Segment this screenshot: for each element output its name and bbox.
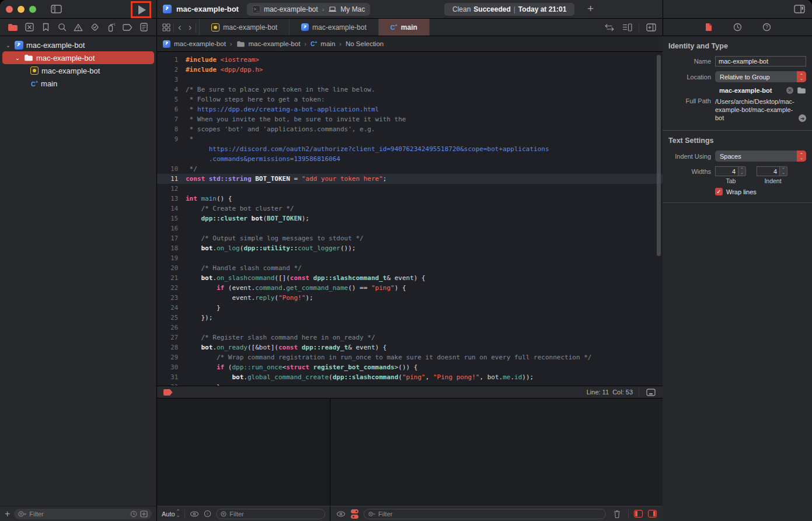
code-line[interactable]: 12 <box>157 184 663 194</box>
code-line[interactable]: 5 * Follow steps here to get a token: <box>157 95 663 104</box>
code-line[interactable]: 29 /* Wrap command registration in run_o… <box>157 352 663 362</box>
wrap-lines-checkbox[interactable]: ✓ <box>715 188 723 195</box>
console-eye-icon[interactable] <box>336 511 346 517</box>
code-line[interactable]: 3 <box>157 75 663 85</box>
code-line[interactable]: 22 if (event.command.get_command_name() … <box>157 283 663 293</box>
code-line[interactable]: 28 bot.on_ready([&bot](const dpp::ready_… <box>157 342 663 352</box>
code-line[interactable]: 26 <box>157 323 663 333</box>
code-line[interactable]: 16 <box>157 223 663 233</box>
code-line[interactable]: 24 } <box>157 303 663 313</box>
minimize-window-button[interactable] <box>18 6 25 13</box>
code-line[interactable]: 27 /* Register slash command here in on_… <box>157 333 663 342</box>
code-line[interactable]: 19 <box>157 253 663 263</box>
variables-view[interactable] <box>157 398 330 506</box>
go-back-button[interactable]: ‹ <box>175 22 184 32</box>
activity-status[interactable]: Clean Succeeded | Today at 21:01 <box>444 3 574 16</box>
code-line[interactable]: 21 bot.on_slashcommand([](const dpp::sla… <box>157 273 663 283</box>
tree-item-project[interactable]: ⌄ mac-example-bot <box>0 39 156 51</box>
crumb-selection[interactable]: No Selection <box>346 40 384 47</box>
code-line[interactable]: 17 /* Output simple log messages to stdo… <box>157 233 663 243</box>
file-inspector-icon[interactable] <box>703 22 715 33</box>
minimap-options-icon[interactable] <box>621 22 633 33</box>
code-line[interactable]: 13int main() { <box>157 194 663 204</box>
go-forward-button[interactable]: › <box>186 22 195 32</box>
indent-using-dropdown[interactable]: Spaces ⌃⌄ <box>715 151 806 162</box>
code-line[interactable]: .commands&permissions=139586816064 <box>157 154 663 164</box>
tree-item-group-selected[interactable]: ⌄ mac-example-bot <box>2 51 154 64</box>
breakpoints-stack-icon[interactable] <box>351 509 358 519</box>
history-inspector-icon[interactable] <box>732 22 744 33</box>
code-line[interactable]: https://discord.com/oauth2/authorize?cli… <box>157 144 663 154</box>
code-line[interactable]: 25 }); <box>157 313 663 323</box>
debug-navigator-icon[interactable] <box>105 22 117 33</box>
code-line[interactable]: 11const std::string BOT_TOKEN = "add you… <box>157 174 663 184</box>
crumb-group[interactable]: mac-example-bot <box>249 40 301 47</box>
tree-item-main[interactable]: C+ main <box>0 77 156 90</box>
tab-width-field[interactable]: 4 <box>715 166 738 176</box>
disclosure-triangle-icon[interactable]: ⌄ <box>14 55 21 61</box>
disclosure-triangle-icon[interactable]: ⌄ <box>5 42 12 48</box>
choose-folder-icon[interactable] <box>797 87 806 94</box>
console-filter-field[interactable]: Filter <box>364 509 606 519</box>
run-button[interactable] <box>138 5 146 15</box>
quick-help-inspector-icon[interactable]: ? <box>761 22 773 33</box>
name-field[interactable]: mac-example-bot <box>715 56 806 67</box>
code-editor[interactable]: 1#include <iostream>2#include <dpp/dpp.h… <box>157 52 663 386</box>
toggle-navigator-icon[interactable] <box>50 4 62 15</box>
toggle-console-view-icon[interactable] <box>648 510 657 517</box>
library-add-button[interactable]: + <box>587 2 594 15</box>
variables-filter-field[interactable]: Filter <box>216 509 325 519</box>
tab-mac-example-bot-project[interactable]: mac-example-bot <box>289 19 379 36</box>
breakpoint-navigator-icon[interactable] <box>121 22 133 33</box>
scheme-selector[interactable]: >_ mac-example-bot › My Mac <box>247 3 370 16</box>
toggle-variables-view-icon[interactable] <box>634 510 643 517</box>
clear-location-icon[interactable]: ✕ <box>786 87 793 94</box>
recent-files-icon[interactable] <box>130 510 137 517</box>
tab-width-stepper[interactable]: ⌃⌄ <box>738 166 746 176</box>
toggle-inspector-icon[interactable] <box>793 4 805 15</box>
code-line[interactable]: 10 */ <box>157 164 663 174</box>
source-control-filter-icon[interactable] <box>140 510 148 517</box>
zoom-window-button[interactable] <box>29 6 36 13</box>
project-navigator-icon[interactable] <box>7 22 19 33</box>
code-review-icon[interactable] <box>604 22 615 33</box>
related-items-icon[interactable] <box>161 22 172 33</box>
close-window-button[interactable] <box>6 6 13 13</box>
source-control-navigator-icon[interactable] <box>23 22 35 33</box>
crumb-project[interactable]: mac-example-bot <box>174 40 226 47</box>
code-line[interactable]: 15 dpp::cluster bot(BOT_TOKEN); <box>157 214 663 223</box>
code-line[interactable]: 23 event.reply("Pong!"); <box>157 293 663 303</box>
code-line[interactable]: 6 * https://dpp.dev/creating-a-bot-appli… <box>157 104 663 114</box>
bookmark-navigator-icon[interactable] <box>40 22 51 33</box>
add-file-button[interactable]: + <box>5 509 10 519</box>
info-icon[interactable]: i <box>204 510 211 517</box>
run-destination[interactable]: My Mac <box>340 5 365 13</box>
editor-only-icon[interactable] <box>645 386 657 398</box>
navigator-filter-field[interactable]: Filter <box>14 509 152 519</box>
code-line[interactable]: 31 bot.global_command_create(dpp::slashc… <box>157 372 663 382</box>
report-navigator-icon[interactable] <box>138 22 149 33</box>
tree-item-target[interactable]: mac-example-bot <box>0 64 156 77</box>
clear-console-trash-icon[interactable] <box>611 508 623 520</box>
code-line[interactable]: 1#include <iostream> <box>157 55 663 65</box>
code-line[interactable]: 18 bot.on_log(dpp::utility::cout_logger(… <box>157 243 663 253</box>
code-line[interactable]: 7 * When you invite the bot, be sure to … <box>157 114 663 124</box>
show-values-eye-icon[interactable] <box>190 511 199 517</box>
editor-scrollbar[interactable] <box>657 55 661 256</box>
add-editor-icon[interactable] <box>645 22 657 33</box>
indent-width-field[interactable]: 4 <box>757 166 780 176</box>
code-line[interactable]: 9 * <box>157 134 663 144</box>
indent-width-stepper[interactable]: ⌃⌄ <box>780 166 787 176</box>
tab-main[interactable]: C+ main <box>378 19 430 36</box>
crumb-file[interactable]: main <box>320 40 335 47</box>
code-line[interactable]: 14 /* Create bot cluster */ <box>157 204 663 214</box>
variables-scope-dropdown[interactable]: Auto ⌃⌄ <box>162 510 180 517</box>
code-line[interactable]: 8 * scopes 'bot' and 'applications.comma… <box>157 124 663 134</box>
code-line[interactable]: 30 if (dpp::run_once<struct register_bot… <box>157 362 663 372</box>
find-navigator-icon[interactable] <box>56 22 68 33</box>
issue-navigator-icon[interactable] <box>72 22 84 33</box>
location-dropdown[interactable]: Relative to Group ⌃⌄ <box>715 71 806 82</box>
breakpoints-toggle-icon[interactable] <box>163 389 173 396</box>
code-line[interactable]: 4/* Be sure to place your token in the l… <box>157 85 663 95</box>
code-line[interactable]: 2#include <dpp/dpp.h> <box>157 65 663 75</box>
